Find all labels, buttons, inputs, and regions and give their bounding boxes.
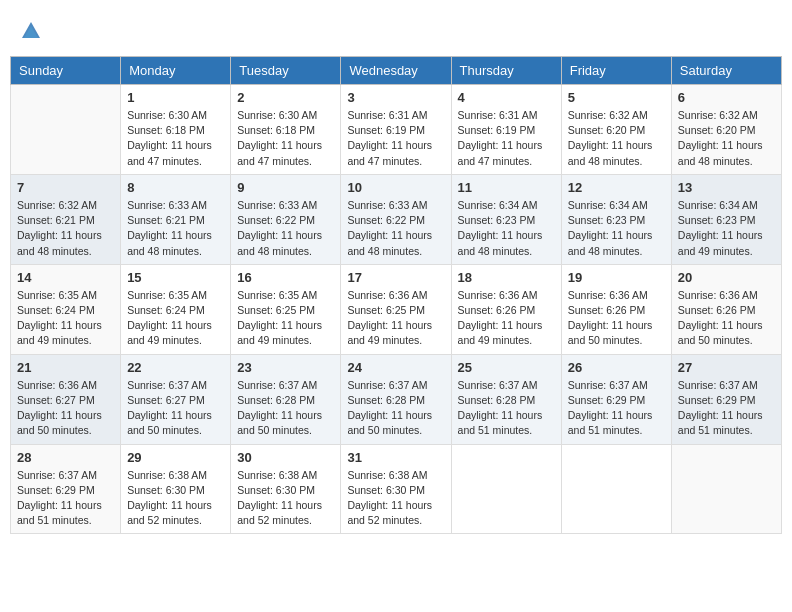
day-info: Sunrise: 6:36 AMSunset: 6:26 PMDaylight:… [568,288,665,349]
weekday-header-monday: Monday [121,57,231,85]
calendar-week-5: 28Sunrise: 6:37 AMSunset: 6:29 PMDayligh… [11,444,782,534]
day-info: Sunrise: 6:38 AMSunset: 6:30 PMDaylight:… [127,468,224,529]
day-info: Sunrise: 6:37 AMSunset: 6:28 PMDaylight:… [347,378,444,439]
day-number: 16 [237,270,334,285]
calendar-cell: 24Sunrise: 6:37 AMSunset: 6:28 PMDayligh… [341,354,451,444]
calendar-cell: 13Sunrise: 6:34 AMSunset: 6:23 PMDayligh… [671,174,781,264]
calendar-cell: 12Sunrise: 6:34 AMSunset: 6:23 PMDayligh… [561,174,671,264]
calendar-cell: 21Sunrise: 6:36 AMSunset: 6:27 PMDayligh… [11,354,121,444]
day-number: 15 [127,270,224,285]
day-number: 31 [347,450,444,465]
calendar-cell: 19Sunrise: 6:36 AMSunset: 6:26 PMDayligh… [561,264,671,354]
day-info: Sunrise: 6:32 AMSunset: 6:21 PMDaylight:… [17,198,114,259]
day-number: 12 [568,180,665,195]
day-number: 14 [17,270,114,285]
calendar-cell: 16Sunrise: 6:35 AMSunset: 6:25 PMDayligh… [231,264,341,354]
weekday-header-sunday: Sunday [11,57,121,85]
weekday-header-friday: Friday [561,57,671,85]
calendar-cell: 23Sunrise: 6:37 AMSunset: 6:28 PMDayligh… [231,354,341,444]
day-info: Sunrise: 6:32 AMSunset: 6:20 PMDaylight:… [678,108,775,169]
day-number: 1 [127,90,224,105]
day-number: 25 [458,360,555,375]
day-info: Sunrise: 6:37 AMSunset: 6:29 PMDaylight:… [17,468,114,529]
day-info: Sunrise: 6:33 AMSunset: 6:22 PMDaylight:… [237,198,334,259]
day-info: Sunrise: 6:30 AMSunset: 6:18 PMDaylight:… [237,108,334,169]
day-info: Sunrise: 6:36 AMSunset: 6:25 PMDaylight:… [347,288,444,349]
calendar-cell [671,444,781,534]
day-number: 3 [347,90,444,105]
calendar-cell: 14Sunrise: 6:35 AMSunset: 6:24 PMDayligh… [11,264,121,354]
calendar-cell: 5Sunrise: 6:32 AMSunset: 6:20 PMDaylight… [561,85,671,175]
day-number: 28 [17,450,114,465]
calendar-cell: 31Sunrise: 6:38 AMSunset: 6:30 PMDayligh… [341,444,451,534]
day-number: 11 [458,180,555,195]
day-info: Sunrise: 6:32 AMSunset: 6:20 PMDaylight:… [568,108,665,169]
day-number: 4 [458,90,555,105]
day-info: Sunrise: 6:34 AMSunset: 6:23 PMDaylight:… [458,198,555,259]
day-info: Sunrise: 6:38 AMSunset: 6:30 PMDaylight:… [347,468,444,529]
calendar-cell: 18Sunrise: 6:36 AMSunset: 6:26 PMDayligh… [451,264,561,354]
page-header [10,10,782,51]
day-number: 8 [127,180,224,195]
calendar-cell: 4Sunrise: 6:31 AMSunset: 6:19 PMDaylight… [451,85,561,175]
day-info: Sunrise: 6:37 AMSunset: 6:28 PMDaylight:… [458,378,555,439]
calendar-cell: 17Sunrise: 6:36 AMSunset: 6:25 PMDayligh… [341,264,451,354]
day-number: 17 [347,270,444,285]
calendar-cell: 1Sunrise: 6:30 AMSunset: 6:18 PMDaylight… [121,85,231,175]
day-number: 9 [237,180,334,195]
day-number: 13 [678,180,775,195]
day-info: Sunrise: 6:35 AMSunset: 6:24 PMDaylight:… [17,288,114,349]
calendar-cell: 8Sunrise: 6:33 AMSunset: 6:21 PMDaylight… [121,174,231,264]
calendar-cell: 7Sunrise: 6:32 AMSunset: 6:21 PMDaylight… [11,174,121,264]
calendar-week-1: 1Sunrise: 6:30 AMSunset: 6:18 PMDaylight… [11,85,782,175]
day-info: Sunrise: 6:35 AMSunset: 6:24 PMDaylight:… [127,288,224,349]
day-info: Sunrise: 6:35 AMSunset: 6:25 PMDaylight:… [237,288,334,349]
day-info: Sunrise: 6:36 AMSunset: 6:27 PMDaylight:… [17,378,114,439]
day-info: Sunrise: 6:34 AMSunset: 6:23 PMDaylight:… [678,198,775,259]
day-number: 18 [458,270,555,285]
day-number: 26 [568,360,665,375]
calendar-cell: 2Sunrise: 6:30 AMSunset: 6:18 PMDaylight… [231,85,341,175]
day-number: 5 [568,90,665,105]
calendar-cell: 3Sunrise: 6:31 AMSunset: 6:19 PMDaylight… [341,85,451,175]
calendar-cell: 9Sunrise: 6:33 AMSunset: 6:22 PMDaylight… [231,174,341,264]
day-number: 21 [17,360,114,375]
calendar-cell: 15Sunrise: 6:35 AMSunset: 6:24 PMDayligh… [121,264,231,354]
calendar-table: SundayMondayTuesdayWednesdayThursdayFrid… [10,56,782,534]
weekday-header-row: SundayMondayTuesdayWednesdayThursdayFrid… [11,57,782,85]
calendar-cell: 6Sunrise: 6:32 AMSunset: 6:20 PMDaylight… [671,85,781,175]
day-number: 29 [127,450,224,465]
weekday-header-saturday: Saturday [671,57,781,85]
day-number: 27 [678,360,775,375]
day-number: 7 [17,180,114,195]
calendar-cell: 22Sunrise: 6:37 AMSunset: 6:27 PMDayligh… [121,354,231,444]
calendar-cell: 11Sunrise: 6:34 AMSunset: 6:23 PMDayligh… [451,174,561,264]
weekday-header-thursday: Thursday [451,57,561,85]
day-info: Sunrise: 6:38 AMSunset: 6:30 PMDaylight:… [237,468,334,529]
day-info: Sunrise: 6:31 AMSunset: 6:19 PMDaylight:… [458,108,555,169]
calendar-cell [561,444,671,534]
day-info: Sunrise: 6:33 AMSunset: 6:21 PMDaylight:… [127,198,224,259]
day-info: Sunrise: 6:36 AMSunset: 6:26 PMDaylight:… [458,288,555,349]
calendar-cell: 29Sunrise: 6:38 AMSunset: 6:30 PMDayligh… [121,444,231,534]
calendar-cell: 25Sunrise: 6:37 AMSunset: 6:28 PMDayligh… [451,354,561,444]
calendar-week-4: 21Sunrise: 6:36 AMSunset: 6:27 PMDayligh… [11,354,782,444]
day-number: 19 [568,270,665,285]
day-info: Sunrise: 6:37 AMSunset: 6:29 PMDaylight:… [568,378,665,439]
calendar-cell: 30Sunrise: 6:38 AMSunset: 6:30 PMDayligh… [231,444,341,534]
logo [20,20,46,46]
calendar-week-2: 7Sunrise: 6:32 AMSunset: 6:21 PMDaylight… [11,174,782,264]
day-info: Sunrise: 6:33 AMSunset: 6:22 PMDaylight:… [347,198,444,259]
calendar-cell: 28Sunrise: 6:37 AMSunset: 6:29 PMDayligh… [11,444,121,534]
weekday-header-wednesday: Wednesday [341,57,451,85]
day-info: Sunrise: 6:34 AMSunset: 6:23 PMDaylight:… [568,198,665,259]
day-number: 24 [347,360,444,375]
weekday-header-tuesday: Tuesday [231,57,341,85]
calendar-cell: 26Sunrise: 6:37 AMSunset: 6:29 PMDayligh… [561,354,671,444]
day-number: 30 [237,450,334,465]
calendar-week-3: 14Sunrise: 6:35 AMSunset: 6:24 PMDayligh… [11,264,782,354]
calendar-cell: 20Sunrise: 6:36 AMSunset: 6:26 PMDayligh… [671,264,781,354]
day-number: 20 [678,270,775,285]
day-number: 2 [237,90,334,105]
day-number: 23 [237,360,334,375]
